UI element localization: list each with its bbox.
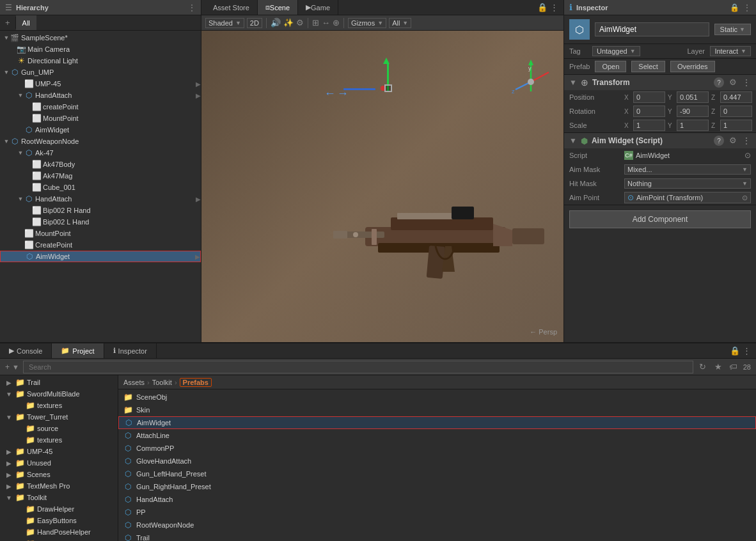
file-item-aimwidget-highlighted[interactable]: ⬡ AimWidget: [118, 416, 756, 429]
hierarchy-item-createpoint2[interactable]: ⬜ CreatePoint: [0, 239, 201, 251]
hierarchy-item-ump45[interactable]: ⬜ UMP-45 ▶: [0, 78, 201, 90]
tab-game[interactable]: ▶ Game: [298, 0, 338, 15]
rot-z-input[interactable]: [720, 106, 752, 117]
scene-all-dropdown[interactable]: All ▼: [389, 18, 411, 28]
tab-console[interactable]: ▶ Console: [0, 343, 52, 358]
hierarchy-item-createpoint[interactable]: ⬜ createPoint: [0, 101, 201, 113]
scene-more-btn[interactable]: ⋮: [550, 3, 558, 12]
hierarchy-item-mountpoint2[interactable]: ⬜ MountPoint: [0, 228, 201, 239]
file-item-rootweaponnode[interactable]: ⬡ RootWeaponNode: [118, 519, 756, 531]
hierarchy-item-ak47body[interactable]: ⬜ Ak47Body: [0, 159, 201, 170]
tab-scene[interactable]: ⧈ Scene: [258, 0, 298, 15]
hierarchy-more-icon[interactable]: ⋮: [188, 3, 196, 12]
hierarchy-item-rootweapon[interactable]: ▼ ⬡ RootWeaponNode: [0, 136, 201, 147]
file-item-trail[interactable]: ⬡ Trail: [118, 531, 756, 541]
hierarchy-item-bip-l[interactable]: ⬜ Bip002 L Hand: [0, 216, 201, 228]
hierarchy-all-tab[interactable]: All: [16, 15, 36, 30]
scene-root-item[interactable]: ▼ 🎬 SampleScene*: [0, 32, 201, 43]
file-item-gun-lefthand[interactable]: ⬡ Gun_LeftHand_Preset: [118, 467, 756, 480]
hierarchy-item-main-camera[interactable]: 📷 Main Camera: [0, 43, 201, 55]
hierarchy-item-mountpoint[interactable]: ⬜ MountPoint: [0, 113, 201, 124]
aw-help-icon[interactable]: ?: [714, 136, 724, 146]
sync-icon[interactable]: ↻: [697, 361, 709, 373]
scene-tool2[interactable]: ↔: [322, 18, 330, 27]
sidebar-item-tower-turret[interactable]: ▼ 📁 Tower_Turret: [0, 411, 118, 423]
hierarchy-item-aimwidget1[interactable]: ⬡ AimWidget: [0, 124, 201, 136]
static-button[interactable]: Static ▼: [714, 24, 751, 35]
audio-icon[interactable]: 🔊: [271, 18, 281, 27]
aw-menu-dots[interactable]: ⋮: [742, 136, 751, 146]
scene-tool1[interactable]: ⊞: [312, 18, 319, 27]
aim-widget-header[interactable]: ▼ ⬢ Aim Widget (Script) ? ⚙ ⋮: [564, 133, 756, 148]
transform-settings-icon[interactable]: ⚙: [729, 77, 737, 88]
prefab-overrides-button[interactable]: Overrides: [670, 61, 715, 72]
add-asset-button[interactable]: + ▼: [5, 363, 19, 372]
sidebar-item-unused[interactable]: ▶ 📁 Unused: [0, 457, 118, 469]
script-pick-icon[interactable]: ⊙: [744, 151, 751, 160]
scene-settings-icon[interactable]: ⚙: [296, 18, 304, 27]
hierarchy-item-ak47[interactable]: ▼ ⬡ Ak-47: [0, 147, 201, 159]
transform-help-icon[interactable]: ?: [714, 77, 724, 88]
sidebar-item-trail[interactable]: ▶ 📁 Trail: [0, 377, 118, 388]
transform-header[interactable]: ▼ ⊕ Transform ? ⚙ ⋮: [564, 75, 756, 90]
hierarchy-item-cube001[interactable]: ⬜ Cube_001: [0, 182, 201, 193]
sidebar-item-source[interactable]: 📁 source: [0, 423, 118, 434]
hit-mask-dropdown[interactable]: Nothing ▼: [624, 178, 751, 189]
tag-dropdown[interactable]: Untagged ▼: [592, 46, 640, 56]
rot-y-input[interactable]: [677, 106, 709, 117]
pos-y-input[interactable]: [677, 91, 709, 103]
file-item-pp[interactable]: ⬡ PP: [118, 506, 756, 519]
breadcrumb-prefabs[interactable]: Prefabs: [180, 378, 212, 387]
aim-mask-dropdown[interactable]: Mixed... ▼: [624, 164, 751, 175]
sidebar-item-textmesh[interactable]: ▶ 📁 TextMesh Pro: [0, 480, 118, 492]
sidebar-item-toolkit[interactable]: ▼ 📁 Toolkit: [0, 492, 118, 503]
sidebar-item-textures1[interactable]: 📁 textures: [0, 400, 118, 411]
sidebar-item-modimporter[interactable]: 📁 ModImporter: [0, 538, 118, 541]
scene-viewport[interactable]: ← →: [201, 31, 563, 342]
bottom-more-icon[interactable]: ⋮: [743, 346, 751, 356]
scale-y-input[interactable]: [677, 120, 709, 131]
hierarchy-item-gun-ump[interactable]: ▼ ⬡ Gun_UMP: [0, 67, 201, 78]
file-item-commonpp[interactable]: ⬡ CommonPP: [118, 442, 756, 455]
bottom-lock-icon[interactable]: 🔒: [730, 346, 740, 356]
hierarchy-item-directional-light[interactable]: ☀ Directional Light: [0, 55, 201, 67]
hierarchy-item-handattach2[interactable]: ▼ ⬡ HandAttach ▶: [0, 193, 201, 205]
rot-x-input[interactable]: [633, 106, 665, 117]
sidebar-item-swordmultiblade[interactable]: ▼ 📁 SwordMultiBlade: [0, 388, 118, 400]
breadcrumb-assets[interactable]: Assets: [123, 379, 145, 386]
tag-icon[interactable]: 🏷: [728, 361, 739, 373]
tab-asset-store[interactable]: Asset Store: [205, 0, 258, 15]
sidebar-item-ump45[interactable]: ▶ 📁 UMP-45: [0, 446, 118, 457]
file-item-skin[interactable]: 📁 Skin: [118, 404, 756, 416]
hierarchy-item-handattach1[interactable]: ▼ ⬡ HandAttach ▶: [0, 90, 201, 101]
sidebar-item-scenes[interactable]: ▶ 📁 Scenes: [0, 469, 118, 480]
file-item-attachline[interactable]: ⬡ AttachLine: [118, 429, 756, 442]
scale-z-input[interactable]: [720, 120, 752, 131]
mode-2d-dropdown[interactable]: 2D: [247, 18, 262, 28]
hierarchy-menu-icon[interactable]: ☰: [5, 3, 12, 12]
hierarchy-item-bip-r[interactable]: ⬜ Bip002 R Hand: [0, 205, 201, 216]
breadcrumb-toolkit[interactable]: Toolkit: [152, 379, 172, 386]
file-item-gun-righthand[interactable]: ⬡ Gun_RightHand_Preset: [118, 480, 756, 493]
gizmos-dropdown[interactable]: Gizmos ▼: [348, 18, 386, 28]
sidebar-item-drawhelper[interactable]: 📁 DrawHelper: [0, 503, 118, 515]
sidebar-item-handposehelper[interactable]: 📁 HandPoseHelper: [0, 526, 118, 538]
project-search-input[interactable]: [23, 361, 693, 373]
scene-tool3[interactable]: ⊕: [333, 18, 340, 27]
scene-lock-btn[interactable]: 🔒: [537, 3, 547, 12]
tab-inspector-bottom[interactable]: ℹ Inspector: [104, 343, 157, 358]
hierarchy-item-ak47mag[interactable]: ⬜ Ak47Mag: [0, 170, 201, 182]
prefab-select-button[interactable]: Select: [631, 61, 665, 72]
transform-menu-dots[interactable]: ⋮: [742, 77, 751, 88]
sidebar-item-textures2[interactable]: 📁 textures: [0, 434, 118, 446]
tab-project[interactable]: 📁 Project: [52, 343, 104, 358]
hierarchy-add-button[interactable]: +: [0, 17, 16, 29]
pos-z-input[interactable]: [720, 91, 752, 103]
shading-dropdown[interactable]: Shaded ▼: [205, 18, 244, 28]
hierarchy-item-aimwidget2-selected[interactable]: ⬡ AimWidget ▶: [0, 251, 201, 262]
effects-icon[interactable]: ✨: [283, 18, 294, 27]
prefab-open-button[interactable]: Open: [595, 61, 626, 72]
scale-x-input[interactable]: [633, 120, 665, 131]
add-component-button[interactable]: Add Component: [569, 210, 751, 228]
file-item-sceneobj[interactable]: 📁 SceneObj: [118, 391, 756, 404]
